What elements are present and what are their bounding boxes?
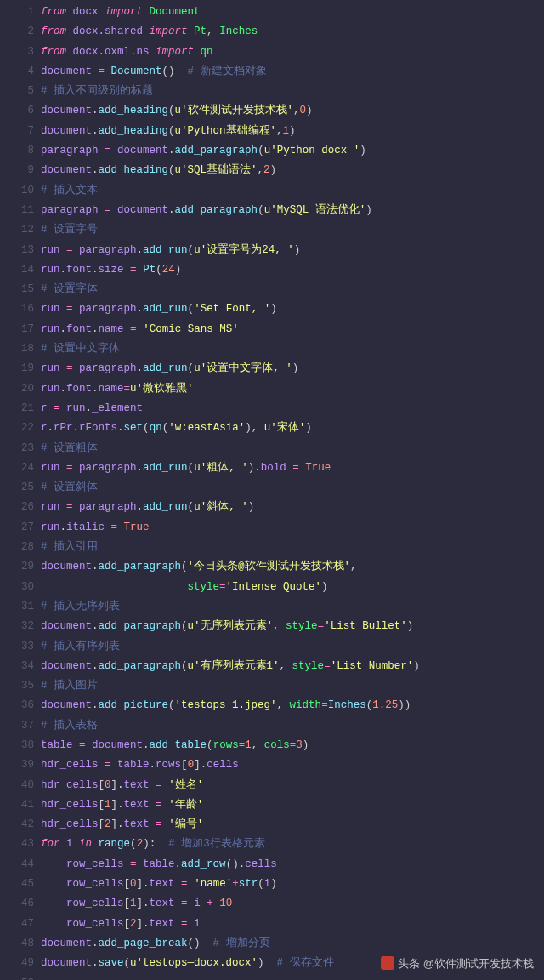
line-number: 2: [0, 22, 34, 42]
line-number: 17: [0, 320, 34, 339]
line-number: 13: [0, 241, 34, 260]
line-number: 38: [0, 736, 34, 755]
code-line: run = paragraph.add_run(u'斜体, '): [41, 498, 544, 517]
line-number: 28: [0, 538, 34, 557]
line-number: 10: [0, 181, 34, 201]
code-line: hdr_cells[2].text = '编号': [41, 815, 544, 835]
line-number: 21: [0, 399, 34, 419]
code-line: document.add_paragraph(u'无序列表元素', style=…: [41, 617, 544, 636]
code-line: run.font.name=u'微软雅黑': [41, 379, 544, 399]
line-number: 49: [0, 954, 34, 973]
code-line: # 插入引用: [41, 538, 544, 557]
line-number: 48: [0, 934, 34, 954]
code-line: r = run._element: [41, 399, 544, 419]
code-line: row_cells[0].text = 'name'+str(i): [41, 875, 544, 894]
code-line: # 插入文本: [41, 181, 544, 201]
code-line: document.add_heading(u'软件测试开发技术栈',0): [41, 101, 544, 121]
line-number: 50: [0, 974, 34, 980]
line-number: 5: [0, 82, 34, 101]
line-number: 16: [0, 299, 34, 319]
code-line: from docx.shared import Pt, Inches: [41, 22, 544, 42]
line-number: 24: [0, 459, 34, 478]
code-line: hdr_cells[0].text = '姓名': [41, 776, 544, 795]
line-number: 46: [0, 894, 34, 914]
line-number: 45: [0, 875, 34, 894]
line-number: 14: [0, 260, 34, 280]
line-number: 15: [0, 280, 34, 299]
code-line: row_cells = table.add_row().cells: [41, 855, 544, 875]
line-number: 41: [0, 795, 34, 815]
code-line: # 设置字号: [41, 220, 544, 240]
code-line: # 设置字体: [41, 280, 544, 299]
code-line: table = document.add_table(rows=1, cols=…: [41, 736, 544, 755]
code-line: paragraph = document.add_paragraph(u'Pyt…: [41, 141, 544, 161]
line-number: 30: [0, 578, 34, 597]
code-line: run = paragraph.add_run(u'粗体, ').bold = …: [41, 459, 544, 478]
toutiao-logo-icon: [381, 956, 394, 970]
line-number: 1: [0, 3, 34, 22]
line-number-gutter: 1234567891011121314151617181920212223242…: [0, 3, 41, 980]
code-line: from docx import Document: [41, 3, 544, 22]
line-number: 9: [0, 161, 34, 180]
code-line: document.add_paragraph('今日头条@软件测试开发技术栈',: [41, 557, 544, 577]
code-line: document.add_heading(u'SQL基础语法',2): [41, 161, 544, 180]
line-number: 33: [0, 637, 34, 657]
line-number: 44: [0, 855, 34, 875]
code-line: run = paragraph.add_run(u'设置字号为24, '): [41, 241, 544, 260]
code-line: document.add_paragraph(u'有序列表元素1', style…: [41, 657, 544, 676]
code-line: paragraph = document.add_paragraph(u'MyS…: [41, 201, 544, 220]
code-area: from docx import Documentfrom docx.share…: [41, 3, 544, 980]
line-number: 3: [0, 43, 34, 62]
line-number: 26: [0, 498, 34, 517]
line-number: 27: [0, 518, 34, 538]
line-number: 29: [0, 557, 34, 577]
code-line: # 插入图片: [41, 676, 544, 696]
code-line: # 插入表格: [41, 716, 544, 736]
code-line: run.font.size = Pt(24): [41, 260, 544, 280]
line-number: 6: [0, 101, 34, 121]
line-number: 47: [0, 914, 34, 934]
code-line: # 设置斜体: [41, 478, 544, 498]
code-line: document = Document() # 新建文档对象: [41, 62, 544, 82]
line-number: 31: [0, 597, 34, 617]
code-line: # 设置中文字体: [41, 339, 544, 359]
code-line: run.font.name = 'Comic Sans MS': [41, 320, 544, 339]
line-number: 23: [0, 439, 34, 459]
line-number: 25: [0, 478, 34, 498]
code-line: hdr_cells[1].text = '年龄': [41, 795, 544, 815]
line-number: 43: [0, 835, 34, 854]
line-number: 12: [0, 220, 34, 240]
code-line: document.add_page_break() # 增加分页: [41, 934, 544, 954]
line-number: 40: [0, 776, 34, 795]
code-line: hdr_cells = table.rows[0].cells: [41, 755, 544, 775]
line-number: 22: [0, 419, 34, 438]
line-number: 36: [0, 696, 34, 715]
code-line: r.rPr.rFonts.set(qn('w:eastAsia'), u'宋体'…: [41, 419, 544, 438]
line-number: 42: [0, 815, 34, 835]
line-number: 11: [0, 201, 34, 220]
line-number: 7: [0, 122, 34, 141]
line-number: 32: [0, 617, 34, 636]
line-number: 35: [0, 676, 34, 696]
code-line: document.add_picture('testops_1.jpeg', w…: [41, 696, 544, 715]
line-number: 37: [0, 716, 34, 736]
code-line: document.add_heading(u'Python基础编程',1): [41, 122, 544, 141]
code-line: [41, 974, 544, 980]
watermark-handle: @软件测试开发技术栈: [423, 954, 534, 973]
code-line: # 设置粗体: [41, 439, 544, 459]
watermark: 头条 @软件测试开发技术栈: [381, 954, 534, 973]
code-line: row_cells[2].text = i: [41, 914, 544, 934]
line-number: 18: [0, 339, 34, 359]
code-line: run = paragraph.add_run('Set Font, '): [41, 299, 544, 319]
code-line: row_cells[1].text = i + 10: [41, 894, 544, 914]
code-line: # 插入不同级别的标题: [41, 82, 544, 101]
code-line: # 插入无序列表: [41, 597, 544, 617]
code-line: # 插入有序列表: [41, 637, 544, 657]
line-number: 19: [0, 359, 34, 379]
line-number: 20: [0, 379, 34, 399]
line-number: 4: [0, 62, 34, 82]
code-line: run.italic = True: [41, 518, 544, 538]
line-number: 34: [0, 657, 34, 676]
watermark-brand: 头条: [398, 954, 420, 973]
code-line: style='Intense Quote'): [41, 578, 544, 597]
